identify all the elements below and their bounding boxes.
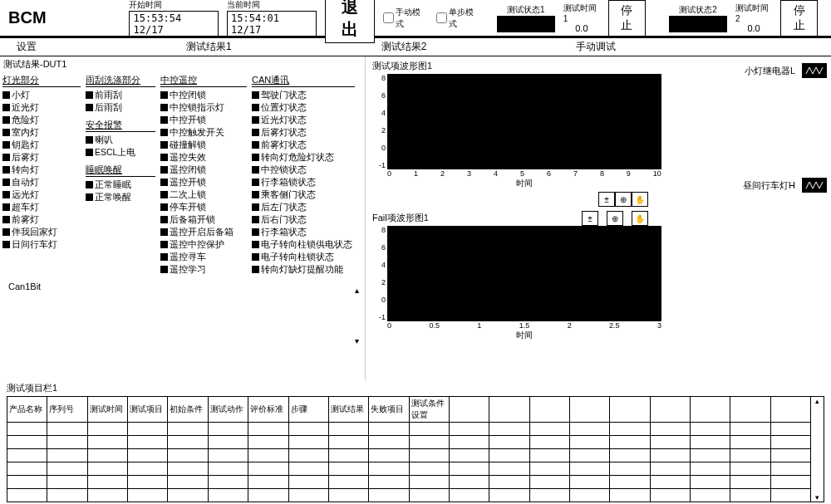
list-item[interactable]: 中控闭锁 bbox=[160, 89, 247, 101]
list-item[interactable]: 后雾灯状态 bbox=[252, 126, 355, 139]
stop-button-2[interactable]: 停止 bbox=[780, 0, 818, 37]
table-header: 测试结果 bbox=[328, 397, 368, 423]
led-icon bbox=[86, 136, 93, 144]
list-item[interactable]: 转向灯 bbox=[2, 164, 81, 176]
start-time-block: 开始时间 15:53:54 12/17 bbox=[129, 0, 219, 37]
relay-2-indicator-icon bbox=[802, 178, 827, 193]
tab-manual-debug[interactable]: 手动调试 bbox=[576, 40, 616, 54]
list-item[interactable]: 中控锁指示灯 bbox=[160, 101, 247, 114]
list-item[interactable]: 遥控中控保护 bbox=[160, 238, 247, 251]
list-item[interactable]: 前雾灯 bbox=[2, 213, 81, 226]
list-item[interactable]: 中控开锁 bbox=[160, 114, 247, 126]
list-item[interactable]: 乘客侧门状态 bbox=[252, 188, 355, 201]
list-item[interactable]: 行李箱锁状态 bbox=[252, 176, 355, 188]
led-icon bbox=[2, 228, 10, 236]
led-icon bbox=[160, 166, 168, 174]
list-item[interactable]: 后右门状态 bbox=[252, 213, 355, 226]
table-row bbox=[7, 423, 811, 436]
led-icon bbox=[160, 228, 168, 236]
list-item[interactable]: 停车开锁 bbox=[160, 201, 247, 213]
list-item[interactable]: 日间行车灯 bbox=[2, 238, 81, 251]
manual-mode-checkbox[interactable]: 手动模式 bbox=[383, 7, 427, 30]
list-item[interactable]: 正常睡眠 bbox=[86, 179, 155, 191]
target-button-2-icon[interactable]: ⊕ bbox=[607, 211, 623, 226]
list-item[interactable]: 喇叭 bbox=[86, 134, 155, 146]
chart-2-plot bbox=[387, 226, 661, 321]
chart-1-toolbar: ± ⊕ ✋ bbox=[372, 192, 648, 207]
tab-results-2[interactable]: 测试结果2 bbox=[381, 40, 427, 54]
led-icon bbox=[2, 241, 10, 248]
tab-results-1[interactable]: 测试结果1 bbox=[186, 40, 232, 54]
list-item[interactable]: 伴我回家灯 bbox=[2, 226, 81, 238]
list-item[interactable]: 超车灯 bbox=[2, 201, 81, 213]
led-icon bbox=[2, 179, 10, 186]
list-item[interactable]: 钥匙灯 bbox=[2, 139, 81, 151]
zoom-button-icon[interactable]: ± bbox=[598, 192, 615, 207]
led-icon bbox=[86, 181, 93, 188]
led-icon bbox=[252, 141, 259, 149]
col-central-remote: 中控遥控 中控闭锁中控锁指示灯中控开锁中控触发开关碰撞解锁遥控失效遥控闭锁遥控开… bbox=[158, 72, 249, 277]
list-item[interactable]: 遥控学习 bbox=[160, 263, 247, 276]
list-item[interactable]: 二次上锁 bbox=[160, 188, 247, 201]
list-item[interactable]: 电子转向柱锁供电状态 bbox=[252, 238, 355, 251]
current-time-label: 当前时间 bbox=[227, 0, 317, 11]
relay-row-2: 昼间行车灯H bbox=[711, 178, 827, 193]
scroll-down-icon[interactable]: ▾ bbox=[355, 336, 359, 345]
chart-1: 86420-1 bbox=[372, 74, 700, 169]
list-item[interactable]: 电子转向柱锁状态 bbox=[252, 251, 355, 263]
list-item[interactable]: 中控触发开关 bbox=[160, 126, 247, 139]
list-item[interactable]: 后雾灯 bbox=[2, 151, 81, 164]
list-item[interactable]: 前雾灯状态 bbox=[252, 139, 355, 151]
list-item[interactable]: ESCL上电 bbox=[86, 146, 155, 159]
list-item[interactable]: 驾驶门状态 bbox=[252, 89, 355, 101]
led-icon bbox=[252, 241, 259, 248]
led-icon bbox=[252, 154, 259, 161]
led-icon bbox=[2, 116, 10, 124]
list-item[interactable]: 危险灯 bbox=[2, 114, 81, 126]
list-item[interactable]: 行李箱状态 bbox=[252, 226, 355, 238]
led-icon bbox=[160, 91, 168, 99]
list-item[interactable]: 远光灯 bbox=[2, 188, 81, 201]
list-item[interactable]: 中控锁状态 bbox=[252, 164, 355, 176]
tab-settings[interactable]: 设置 bbox=[17, 40, 37, 54]
list-item[interactable]: 室内灯 bbox=[2, 126, 81, 139]
led-icon bbox=[2, 191, 10, 198]
exit-button[interactable]: 退出 bbox=[325, 0, 376, 43]
list-item[interactable]: 后备箱开锁 bbox=[160, 213, 247, 226]
list-item[interactable]: 遥控失效 bbox=[160, 151, 247, 164]
status-1-indicator bbox=[497, 16, 555, 32]
led-icon bbox=[252, 116, 259, 124]
list-item[interactable]: 小灯 bbox=[2, 89, 81, 101]
tab-row: 设置 测试结果1 测试结果2 手动调试 bbox=[0, 38, 831, 56]
list-item[interactable]: 转向灯缺灯提醒功能 bbox=[252, 263, 355, 276]
list-item[interactable]: 遥控开启后备箱 bbox=[160, 226, 247, 238]
list-item[interactable]: 前雨刮 bbox=[86, 89, 155, 101]
list-item[interactable]: 遥控寻车 bbox=[160, 251, 247, 263]
list-item[interactable]: 正常唤醒 bbox=[86, 191, 155, 203]
list-item[interactable]: 位置灯状态 bbox=[252, 101, 355, 114]
scroll-up-icon[interactable]: ▴ bbox=[355, 286, 359, 295]
list-item[interactable]: 碰撞解锁 bbox=[160, 139, 247, 151]
list-item[interactable]: 遥控闭锁 bbox=[160, 164, 247, 176]
led-icon bbox=[160, 191, 168, 198]
step-mode-checkbox[interactable]: 单步模式 bbox=[436, 7, 480, 30]
table-row bbox=[7, 462, 811, 476]
list-item[interactable]: 转向灯危险灯状态 bbox=[252, 151, 355, 164]
led-icon bbox=[160, 266, 168, 273]
list-item[interactable]: 后雨刮 bbox=[86, 101, 155, 114]
pan-button-icon[interactable]: ✋ bbox=[632, 192, 648, 207]
col-lights: 灯光部分 小灯近光灯危险灯室内灯钥匙灯后雾灯转向灯自动灯远光灯超车灯前雾灯伴我回… bbox=[0, 72, 83, 277]
list-item[interactable]: 遥控开锁 bbox=[160, 176, 247, 188]
zoom-button-2-icon[interactable]: ± bbox=[582, 211, 598, 226]
target-button-icon[interactable]: ⊕ bbox=[615, 192, 632, 207]
list-item[interactable]: 近光灯 bbox=[2, 101, 81, 114]
relay-2-label: 昼间行车灯H bbox=[743, 179, 795, 192]
pan-button-2-icon[interactable]: ✋ bbox=[632, 211, 648, 226]
table-scrollbar[interactable]: ▴▾ bbox=[811, 396, 824, 502]
led-icon bbox=[252, 216, 259, 223]
stop-button-1[interactable]: 停止 bbox=[608, 0, 646, 37]
list-item[interactable]: 自动灯 bbox=[2, 176, 81, 188]
list-item[interactable]: 近光灯状态 bbox=[252, 114, 355, 126]
list-item[interactable]: 后左门状态 bbox=[252, 201, 355, 213]
table-header: 失败项目 bbox=[369, 397, 409, 423]
